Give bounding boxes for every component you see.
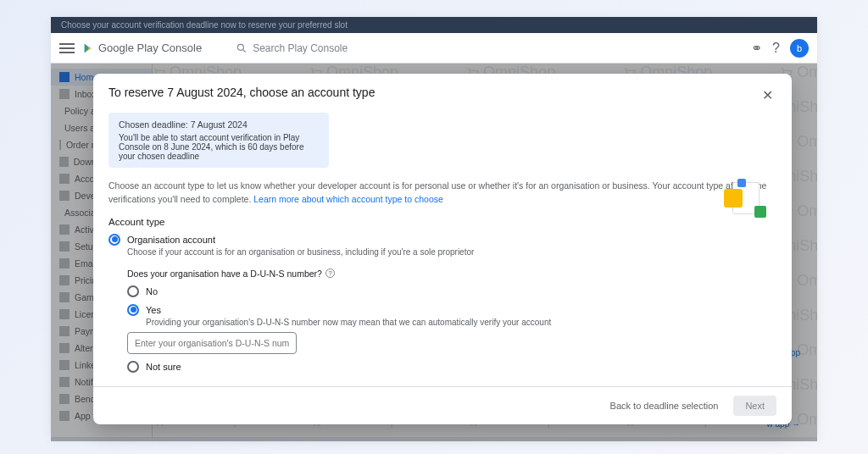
link-icon[interactable]: ⚭: [751, 40, 762, 56]
radio-org-account[interactable]: Organisation account: [108, 234, 776, 246]
radio-icon: [108, 234, 120, 246]
account-type-dialog: To reserve 7 August 2024, choose an acco…: [93, 74, 792, 424]
illustration: [721, 177, 771, 219]
menu-icon[interactable]: [59, 47, 75, 49]
radio-icon: [127, 361, 139, 373]
svg-line-1: [243, 49, 246, 52]
learn-more-link[interactable]: Learn more about which account type to c…: [253, 194, 443, 204]
description: Choose an account type to let us know wh…: [108, 180, 776, 207]
radio-icon: [127, 285, 139, 297]
search-placeholder: Search Play Console: [253, 42, 348, 54]
next-button[interactable]: Next: [733, 396, 776, 416]
radio-icon: [127, 304, 139, 316]
question-duns: Does your organisation have a D-U-N-S nu…: [127, 269, 776, 279]
duns-yes-sub: Providing your organisation's D-U-N-S nu…: [146, 318, 776, 327]
close-icon[interactable]: ✕: [758, 86, 776, 104]
org-account-sub: Choose if your account is for an organis…: [127, 247, 776, 257]
search-box[interactable]: Search Play Console: [236, 42, 743, 54]
avatar[interactable]: b: [790, 39, 809, 58]
radio-duns-no[interactable]: No: [127, 285, 776, 297]
banner: Choose your account verification deadlin…: [51, 17, 817, 33]
app-header: Google Play Console Search Play Console …: [51, 33, 817, 64]
back-link[interactable]: Back to deadline selection: [610, 401, 719, 411]
deadline-info: Chosen deadline: 7 August 2024 You'll be…: [108, 113, 329, 168]
section-account-type: Account type: [108, 217, 776, 227]
duns-input[interactable]: [127, 332, 297, 354]
brand-logo[interactable]: Google Play Console: [83, 42, 202, 54]
radio-duns-notsure[interactable]: Not sure: [127, 361, 776, 373]
radio-duns-yes[interactable]: Yes: [127, 304, 776, 316]
svg-point-0: [237, 44, 243, 50]
dialog-title: To reserve 7 August 2024, choose an acco…: [108, 86, 375, 99]
help-icon[interactable]: ?: [772, 41, 780, 56]
question-country: Which country or region is your organisa…: [127, 385, 776, 387]
help-icon[interactable]: ?: [326, 269, 335, 278]
